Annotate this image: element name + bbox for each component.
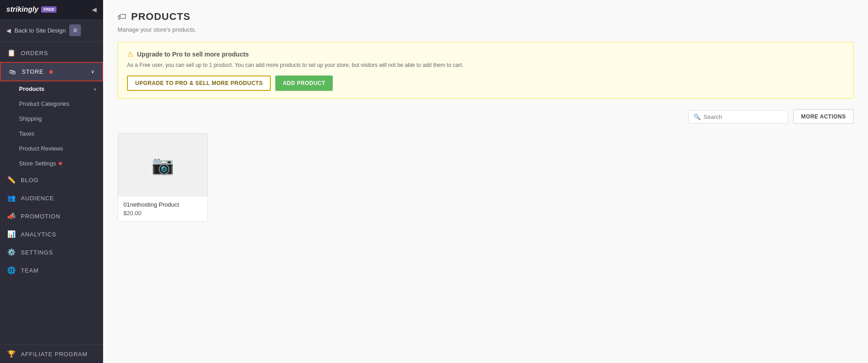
sidebar-item-product-reviews[interactable]: Product Reviews: [0, 141, 103, 156]
main-content: 🏷 PRODUCTS Manage your store's products.…: [103, 0, 868, 363]
sidebar-item-audience[interactable]: 👥 AUDIENCE: [0, 189, 103, 207]
sidebar-item-blog[interactable]: ✏️ BLOG: [0, 171, 103, 189]
sidebar-item-orders[interactable]: 📋 ORDERS: [0, 44, 103, 62]
back-link-label: Back to Site Design: [14, 27, 66, 34]
blog-icon: ✏️: [7, 176, 16, 184]
page-title-row: 🏷 PRODUCTS: [118, 11, 854, 23]
store-label: STORE: [22, 68, 44, 75]
product-categories-label: Product Categories: [19, 100, 69, 107]
back-arrow-icon: ◀: [6, 27, 11, 34]
logo-area: strikingly FREE: [6, 5, 57, 14]
team-icon: 🌐: [7, 266, 16, 274]
camera-icon: 📷: [151, 155, 174, 176]
store-icon: 🛍: [8, 68, 17, 75]
audience-icon: 👥: [7, 194, 16, 202]
shipping-label: Shipping: [19, 115, 42, 122]
sidebar-item-analytics[interactable]: 📊 ANALYTICS: [0, 225, 103, 243]
sidebar-nav: 📋 ORDERS 🛍 STORE ∨ Products › Product Ca…: [0, 42, 103, 281]
products-grid: 📷 01nethosting Product $20.00: [118, 133, 854, 222]
sidebar: strikingly FREE ◀ ◀ Back to Site Design …: [0, 0, 103, 363]
search-input[interactable]: [703, 113, 783, 120]
sidebar-bottom: 🏆 Affiliate Program: [0, 344, 103, 363]
store-chevron-icon: ∨: [91, 69, 95, 75]
products-toolbar: 🔍 MORE ACTIONS: [118, 109, 854, 124]
sidebar-item-promotion[interactable]: 📣 PROMOTION: [0, 207, 103, 225]
affiliate-icon: 🏆: [7, 350, 16, 358]
products-chevron-icon: ›: [94, 86, 96, 92]
product-reviews-label: Product Reviews: [19, 145, 63, 152]
warning-icon: ⚠: [127, 50, 133, 58]
analytics-label: ANALYTICS: [21, 231, 56, 238]
product-image: 📷: [118, 133, 208, 197]
upgrade-banner: ⚠ Upgrade to Pro to sell more products A…: [118, 42, 854, 99]
site-design-icon: 🖥: [69, 24, 81, 36]
logo-text: strikingly: [6, 5, 38, 14]
more-actions-button[interactable]: MORE ACTIONS: [793, 109, 854, 124]
sidebar-item-store-settings[interactable]: Store Settings: [0, 156, 103, 171]
store-submenu: Products › Product Categories Shipping T…: [0, 81, 103, 171]
promotion-label: PROMOTION: [21, 213, 60, 220]
page-subtitle: Manage your store's products.: [118, 26, 854, 33]
product-name: 01nethosting Product: [123, 201, 202, 208]
add-product-button[interactable]: ADD PRODUCT: [275, 75, 332, 91]
store-settings-dot: [59, 162, 62, 165]
search-box: 🔍: [689, 110, 788, 123]
products-label: Products: [19, 85, 44, 92]
free-badge: FREE: [41, 6, 57, 13]
sidebar-item-products[interactable]: Products ›: [0, 81, 103, 96]
blog-label: BLOG: [21, 177, 38, 184]
store-notification-dot: [49, 70, 53, 74]
audience-label: AUDIENCE: [21, 195, 54, 202]
sidebar-item-settings[interactable]: ⚙️ SETTINGS: [0, 243, 103, 261]
promotion-icon: 📣: [7, 212, 16, 220]
affiliate-label: Affiliate Program: [21, 351, 88, 358]
banner-buttons: UPGRADE TO PRO & SELL MORE PRODUCTS ADD …: [127, 75, 844, 91]
banner-title-row: ⚠ Upgrade to Pro to sell more products: [127, 50, 844, 58]
analytics-icon: 📊: [7, 230, 16, 238]
sidebar-collapse-button[interactable]: ◀: [92, 6, 97, 13]
upgrade-to-pro-button[interactable]: UPGRADE TO PRO & SELL MORE PRODUCTS: [127, 75, 271, 91]
sidebar-item-shipping[interactable]: Shipping: [0, 111, 103, 126]
settings-label: SETTINGS: [21, 249, 53, 256]
sidebar-header: strikingly FREE ◀: [0, 0, 103, 19]
settings-icon: ⚙️: [7, 248, 16, 256]
sidebar-item-team[interactable]: 🌐 TEAM: [0, 261, 103, 279]
banner-description: As a Free user, you can sell up to 1 pro…: [127, 61, 844, 69]
product-card[interactable]: 📷 01nethosting Product $20.00: [118, 133, 208, 222]
team-label: TEAM: [21, 267, 38, 274]
banner-title: Upgrade to Pro to sell more products: [137, 51, 249, 58]
sidebar-item-product-categories[interactable]: Product Categories: [0, 96, 103, 111]
search-icon: 🔍: [693, 113, 701, 120]
product-info: 01nethosting Product $20.00: [118, 197, 208, 221]
orders-icon: 📋: [7, 49, 16, 57]
products-page-icon: 🏷: [118, 12, 127, 22]
back-to-site-design-link[interactable]: ◀ Back to Site Design 🖥: [0, 19, 103, 42]
sidebar-item-store[interactable]: 🛍 STORE ∨: [0, 62, 103, 81]
sidebar-item-taxes[interactable]: Taxes: [0, 126, 103, 141]
taxes-label: Taxes: [19, 130, 34, 137]
product-price: $20.00: [123, 210, 202, 217]
page-title: PRODUCTS: [131, 11, 190, 23]
sidebar-item-affiliate[interactable]: 🏆 Affiliate Program: [0, 345, 103, 363]
store-settings-label: Store Settings: [19, 160, 56, 167]
orders-label: ORDERS: [21, 50, 48, 57]
